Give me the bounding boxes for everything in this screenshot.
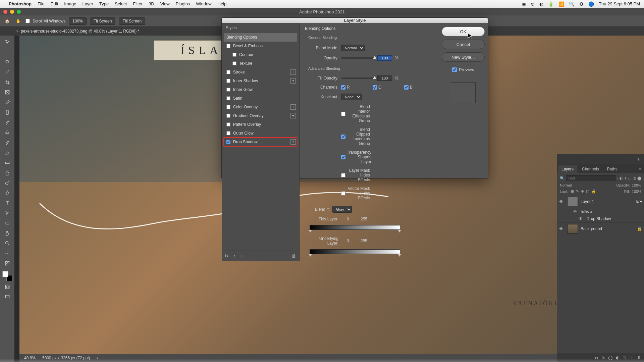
this-layer-gradient[interactable] bbox=[310, 225, 400, 230]
marquee-tool[interactable] bbox=[3, 48, 12, 56]
lock-pixels-icon[interactable]: ✎ bbox=[576, 189, 579, 194]
add-color-overlay-icon[interactable]: + bbox=[290, 104, 296, 110]
style-contour[interactable]: Contour bbox=[224, 50, 297, 59]
knockout-select[interactable]: None bbox=[341, 94, 362, 100]
fill-opacity-field[interactable] bbox=[377, 75, 392, 81]
add-drop-shadow-icon[interactable]: + bbox=[290, 139, 296, 145]
layer-item-layer1[interactable]: 👁 Layer 1 fx ▾ bbox=[557, 196, 644, 208]
blend-interior-checkbox[interactable]: Blend Interior Effects as Group bbox=[341, 104, 370, 123]
menu-filter[interactable]: Filter bbox=[133, 1, 143, 6]
layer-thumbnail[interactable] bbox=[567, 197, 578, 206]
path-select-tool[interactable] bbox=[3, 209, 12, 217]
eyedropper-tool[interactable] bbox=[3, 98, 12, 107]
style-inner-glow[interactable]: Inner Glow bbox=[224, 85, 297, 94]
add-inner-shadow-icon[interactable]: + bbox=[290, 78, 296, 84]
move-up-icon[interactable]: ↑ bbox=[233, 253, 235, 258]
dialog-title[interactable]: Layer Style bbox=[222, 18, 488, 23]
wand-tool[interactable] bbox=[3, 68, 12, 76]
dodge-tool[interactable] bbox=[3, 178, 12, 187]
close-icon[interactable]: × bbox=[16, 29, 19, 34]
hand-tool-indicator[interactable]: ✋ bbox=[14, 17, 22, 25]
record-icon[interactable]: ◉ bbox=[522, 1, 526, 7]
channel-b-checkbox[interactable]: B bbox=[404, 85, 433, 90]
opacity-value[interactable]: 100% bbox=[632, 183, 641, 187]
ok-button[interactable]: OK bbox=[442, 27, 485, 36]
menu-edit[interactable]: Edit bbox=[51, 1, 58, 6]
layer-item-background[interactable]: 👁 Background 🔒 bbox=[557, 223, 644, 235]
style-texture[interactable]: Texture bbox=[224, 59, 297, 68]
filter-type-icon[interactable]: T bbox=[624, 176, 627, 180]
filter-shape-icon[interactable]: ▭ bbox=[628, 176, 631, 180]
lock-trans-icon[interactable]: ▦ bbox=[571, 189, 574, 194]
move-down-icon[interactable]: ↓ bbox=[240, 253, 243, 258]
layer-mask-hides-checkbox[interactable]: Layer Mask Hides Effects bbox=[341, 168, 370, 182]
add-panel-icon[interactable]: ＋ bbox=[636, 156, 641, 163]
fill-value[interactable]: 100% bbox=[632, 190, 641, 194]
foreground-background-colors[interactable] bbox=[2, 271, 12, 281]
type-tool[interactable] bbox=[3, 199, 12, 207]
menu-plugins[interactable]: Plugins bbox=[176, 1, 190, 6]
window-minimize-button[interactable] bbox=[10, 10, 14, 14]
layer-effect-drop-shadow[interactable]: 👁 Drop Shadow bbox=[557, 215, 644, 223]
blend-mode-select[interactable]: Normal bbox=[560, 183, 614, 187]
hand-tool[interactable] bbox=[3, 229, 12, 238]
stamp-tool[interactable] bbox=[3, 128, 12, 137]
opacity-slider[interactable] bbox=[341, 57, 375, 59]
preview-checkbox[interactable]: Preview bbox=[452, 67, 474, 72]
lasso-tool[interactable] bbox=[3, 58, 12, 66]
layer-filter-input[interactable] bbox=[566, 175, 615, 181]
fill-screen-button[interactable]: Fill Screen bbox=[119, 17, 145, 25]
menubar-clock[interactable]: Thu 29 Sept 6:05 PM bbox=[599, 1, 640, 6]
opacity-field[interactable] bbox=[377, 55, 392, 61]
style-satin[interactable]: Satin bbox=[224, 94, 297, 103]
control-center-icon[interactable]: ⚙ bbox=[579, 1, 584, 7]
healing-tool[interactable] bbox=[3, 108, 12, 117]
app-name[interactable]: Photoshop bbox=[9, 1, 32, 6]
cc-icon[interactable]: ⊚ bbox=[531, 1, 535, 7]
add-stroke-icon[interactable]: + bbox=[290, 69, 296, 75]
fit-screen-button[interactable]: Fit Screen bbox=[90, 17, 116, 25]
new-style-button[interactable]: New Style... bbox=[442, 52, 485, 62]
trash-icon[interactable]: 🗑 bbox=[291, 253, 296, 258]
scroll-all-windows-checkbox[interactable]: Scroll All Windows bbox=[25, 19, 65, 23]
layer-effects-row[interactable]: 👁 Effects bbox=[557, 208, 644, 215]
layer-thumbnail[interactable] bbox=[567, 224, 578, 234]
menu-window[interactable]: Window bbox=[196, 1, 211, 6]
style-outer-glow[interactable]: Outer Glow bbox=[224, 129, 297, 138]
screen-mode-toggle[interactable] bbox=[3, 293, 12, 301]
edit-toolbar[interactable] bbox=[3, 259, 12, 268]
style-pattern-overlay[interactable]: Pattern Overlay bbox=[224, 120, 297, 129]
transparency-shapes-checkbox[interactable]: Transparency Shapes Layer bbox=[341, 150, 370, 164]
menu-3d[interactable]: 3D bbox=[149, 1, 154, 6]
filter-toggle-icon[interactable]: ⬤ bbox=[637, 176, 641, 180]
lock-all-icon[interactable]: 🔒 bbox=[591, 189, 596, 194]
style-gradient-overlay[interactable]: Gradient Overlay+ bbox=[224, 111, 297, 120]
style-drop-shadow[interactable]: Drop Shadow+ bbox=[224, 138, 297, 146]
battery-icon[interactable]: 🔋 bbox=[548, 1, 554, 7]
home-icon[interactable]: 🏠 bbox=[3, 17, 11, 25]
filter-image-icon[interactable]: ▫ bbox=[617, 176, 618, 180]
fill-opacity-slider[interactable] bbox=[341, 77, 375, 79]
lock-pos-icon[interactable]: ✥ bbox=[581, 189, 584, 194]
channel-r-checkbox[interactable]: R bbox=[341, 85, 370, 90]
blur-tool[interactable] bbox=[3, 168, 12, 177]
menu-help[interactable]: Help bbox=[218, 1, 227, 6]
visibility-icon[interactable]: 👁 bbox=[579, 216, 584, 221]
blend-if-select[interactable]: Gray bbox=[332, 206, 352, 213]
menu-image[interactable]: Image bbox=[64, 1, 76, 6]
zoom-tool[interactable] bbox=[3, 239, 12, 248]
tab-paths[interactable]: Paths bbox=[603, 165, 622, 173]
menu-file[interactable]: File bbox=[38, 1, 45, 6]
visibility-icon[interactable]: 👁 bbox=[573, 209, 579, 213]
sync-icon[interactable]: ◐ bbox=[539, 1, 543, 7]
add-gradient-overlay-icon[interactable]: + bbox=[290, 113, 296, 118]
panel-menu-icon[interactable]: ≡ bbox=[635, 165, 644, 173]
tab-layers[interactable]: Layers bbox=[557, 165, 578, 173]
filter-adjust-icon[interactable]: ◐ bbox=[620, 176, 623, 180]
spotlight-icon[interactable]: 🔍 bbox=[569, 1, 575, 7]
zoom-level-field[interactable]: 100% bbox=[69, 17, 87, 25]
style-inner-shadow[interactable]: Inner Shadow+ bbox=[224, 76, 297, 85]
style-blending-options[interactable]: Blending Options bbox=[224, 33, 297, 42]
visibility-icon[interactable]: 👁 bbox=[559, 226, 565, 231]
tab-channels[interactable]: Channels bbox=[578, 165, 603, 173]
